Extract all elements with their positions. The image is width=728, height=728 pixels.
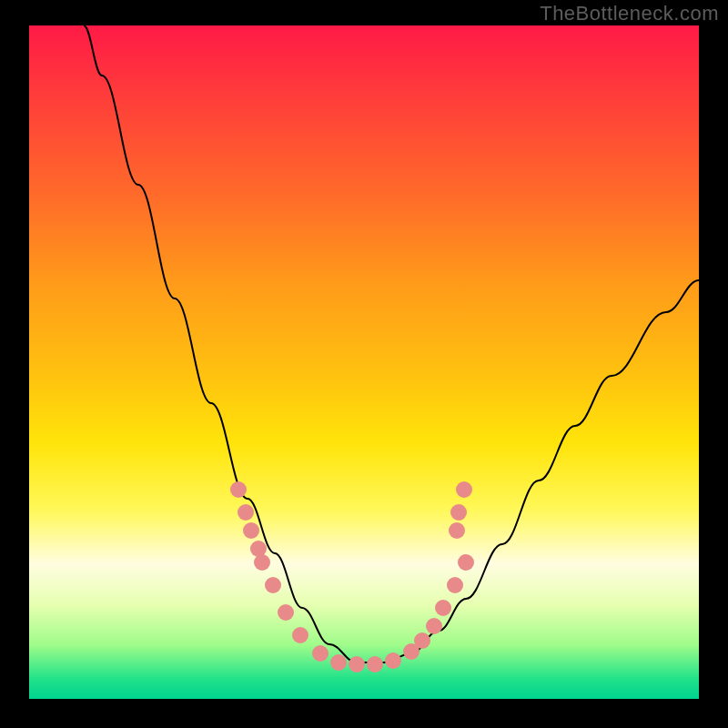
data-points-group: [230, 481, 474, 672]
bottleneck-curve: [84, 25, 699, 662]
data-point: [254, 554, 270, 571]
data-point: [243, 522, 259, 539]
data-point: [449, 522, 465, 539]
data-point: [456, 481, 472, 498]
data-point: [414, 632, 430, 649]
data-point: [435, 600, 451, 616]
plot-area: [29, 25, 699, 699]
watermark-text: TheBottleneck.com: [540, 2, 719, 25]
data-point: [230, 481, 247, 498]
data-point: [450, 504, 467, 521]
data-point: [349, 656, 365, 672]
data-point: [238, 504, 254, 521]
chart-frame: TheBottleneck.com: [0, 0, 728, 728]
chart-svg: [29, 25, 699, 699]
data-point: [367, 656, 383, 672]
data-point: [330, 654, 347, 671]
data-point: [278, 604, 294, 621]
data-point: [426, 618, 442, 634]
data-point: [385, 652, 401, 669]
data-point: [447, 577, 463, 593]
data-point: [265, 577, 281, 593]
data-point: [292, 627, 308, 643]
data-point: [458, 554, 474, 571]
data-point: [312, 645, 329, 662]
